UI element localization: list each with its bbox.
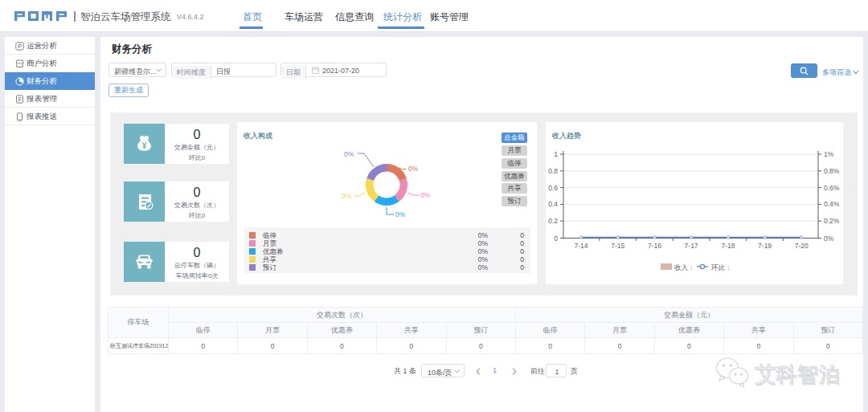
- svg-text:0.2: 0.2: [548, 217, 558, 225]
- svg-text:0%: 0%: [395, 210, 406, 218]
- svg-text:7-20: 7-20: [795, 242, 809, 250]
- svg-text:0%: 0%: [420, 191, 431, 199]
- svg-text:7-16: 7-16: [648, 242, 661, 250]
- svg-text:收入：: 收入：: [674, 263, 695, 271]
- svg-text:1%: 1%: [824, 150, 834, 158]
- svg-text:0.8%: 0.8%: [824, 167, 840, 175]
- svg-text:0%: 0%: [342, 192, 352, 200]
- svg-text:¥: ¥: [142, 141, 147, 150]
- svg-text:0%: 0%: [408, 165, 419, 173]
- svg-text:7-17: 7-17: [685, 242, 698, 250]
- svg-text:1: 1: [554, 150, 558, 158]
- svg-text:7-15: 7-15: [611, 242, 624, 250]
- svg-text:0%: 0%: [344, 150, 354, 158]
- svg-text:7-14: 7-14: [574, 242, 588, 250]
- svg-text:0.4%: 0.4%: [824, 200, 840, 208]
- svg-text:0.8: 0.8: [548, 167, 558, 175]
- svg-text:0.6: 0.6: [548, 184, 558, 192]
- svg-text:7-18: 7-18: [721, 242, 735, 250]
- svg-text:7-19: 7-19: [758, 242, 772, 250]
- svg-text:0%: 0%: [824, 235, 834, 243]
- svg-text:0.6%: 0.6%: [824, 184, 840, 192]
- svg-text:0.2%: 0.2%: [824, 217, 840, 225]
- svg-text:0: 0: [554, 235, 558, 243]
- svg-text:0.4: 0.4: [548, 200, 558, 208]
- svg-text:环比：: 环比：: [710, 263, 732, 271]
